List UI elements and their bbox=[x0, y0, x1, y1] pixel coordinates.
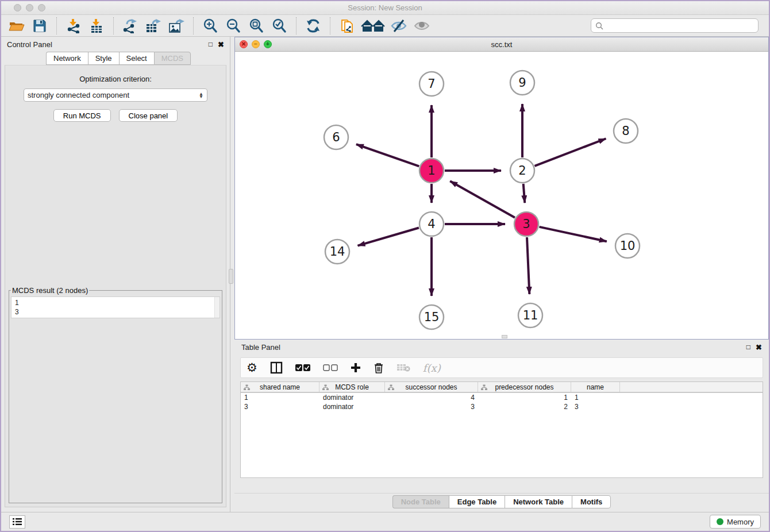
table-tabs: Node TableEdge TableNetwork TableMotifs bbox=[234, 493, 769, 512]
node-15[interactable]: 15 bbox=[419, 305, 444, 329]
network-splitter-handle[interactable] bbox=[502, 335, 507, 338]
function-builder-icon[interactable]: f(x) bbox=[423, 360, 441, 375]
control-panel-title: Control Panel bbox=[7, 40, 52, 49]
memory-label: Memory bbox=[727, 518, 754, 526]
node-3[interactable]: 3 bbox=[514, 212, 538, 236]
tab-edge-table[interactable]: Edge Table bbox=[449, 495, 505, 508]
float-panel-icon[interactable]: □ bbox=[209, 40, 213, 48]
column-settings-icon[interactable]: ⚙ bbox=[247, 360, 257, 375]
tab-motifs[interactable]: Motifs bbox=[572, 495, 611, 508]
close-panel-icon[interactable]: ✖ bbox=[218, 40, 224, 49]
node-2[interactable]: 2 bbox=[510, 159, 534, 183]
cell-MCDS-role[interactable]: dominator bbox=[319, 393, 385, 402]
node-14[interactable]: 14 bbox=[325, 240, 349, 264]
network-canvas[interactable]: 1234678910111415 bbox=[235, 52, 768, 339]
cell-shared-name[interactable]: 1 bbox=[241, 393, 319, 402]
run-mcds-button[interactable]: Run MCDS bbox=[53, 109, 111, 122]
add-row-icon[interactable] bbox=[351, 360, 361, 375]
zoom-selected-icon[interactable] bbox=[270, 17, 289, 35]
node-8[interactable]: 8 bbox=[614, 119, 638, 143]
float-table-panel-icon[interactable]: □ bbox=[746, 343, 750, 351]
cell-MCDS-role[interactable]: dominator bbox=[319, 402, 385, 411]
delete-rows-icon[interactable] bbox=[374, 360, 384, 375]
toolbar-separator bbox=[296, 17, 297, 34]
column-header-successor-nodes[interactable]: successor nodes bbox=[385, 382, 478, 392]
main-toolbar bbox=[1, 15, 769, 37]
show-all-icon[interactable] bbox=[412, 17, 432, 35]
tab-network[interactable]: Network bbox=[46, 52, 88, 65]
tab-network-table[interactable]: Network Table bbox=[505, 495, 572, 508]
minimize-window-icon[interactable] bbox=[26, 4, 33, 11]
svg-text:2: 2 bbox=[518, 164, 526, 178]
svg-text:9: 9 bbox=[518, 76, 526, 90]
first-neighbors-icon[interactable] bbox=[360, 17, 386, 35]
result-scrollbar[interactable] bbox=[214, 297, 220, 318]
import-table-icon[interactable] bbox=[87, 17, 106, 35]
edge-3-11[interactable] bbox=[527, 237, 529, 294]
zoom-in-icon[interactable] bbox=[201, 17, 220, 35]
cell-successor-nodes[interactable]: 4 bbox=[385, 393, 478, 402]
cell-shared-name[interactable]: 3 bbox=[241, 402, 319, 411]
tab-style[interactable]: Style bbox=[88, 52, 119, 65]
mcds-result-text[interactable]: 1 3 bbox=[11, 297, 214, 318]
node-1[interactable]: 1 bbox=[419, 159, 444, 183]
network-close-icon[interactable]: ✕ bbox=[240, 40, 248, 48]
cell-name[interactable]: 1 bbox=[571, 393, 620, 402]
close-table-panel-icon[interactable]: ✖ bbox=[756, 343, 762, 352]
column-header-predecessor-nodes[interactable]: predecessor nodes bbox=[478, 382, 571, 392]
criterion-select[interactable]: strongly connected component ▲▼ bbox=[24, 88, 207, 102]
node-4[interactable]: 4 bbox=[419, 212, 444, 236]
select-all-checks-icon[interactable] bbox=[295, 360, 310, 375]
edge-3-1[interactable] bbox=[450, 181, 515, 218]
node-11[interactable]: 11 bbox=[518, 303, 542, 327]
save-session-icon[interactable] bbox=[30, 17, 49, 35]
tab-select[interactable]: Select bbox=[119, 52, 154, 65]
node-10[interactable]: 10 bbox=[615, 234, 640, 258]
task-history-button[interactable] bbox=[9, 515, 25, 529]
table-row[interactable]: 3dominator323 bbox=[241, 402, 763, 411]
node-7[interactable]: 7 bbox=[419, 72, 444, 96]
edge-3-10[interactable] bbox=[539, 227, 606, 241]
column-header-shared-name[interactable]: shared name bbox=[241, 382, 319, 392]
duplicate-network-icon[interactable] bbox=[337, 17, 357, 35]
refresh-layout-icon[interactable] bbox=[303, 17, 323, 35]
edge-4-14[interactable] bbox=[358, 228, 419, 245]
node-6[interactable]: 6 bbox=[324, 125, 348, 149]
deselect-all-checks-icon[interactable] bbox=[323, 360, 338, 375]
zoom-fit-icon[interactable] bbox=[247, 17, 266, 35]
cell-predecessor-nodes[interactable]: 2 bbox=[478, 402, 571, 411]
cell-name[interactable]: 3 bbox=[571, 402, 620, 411]
split-view-icon[interactable] bbox=[270, 360, 283, 375]
export-network-icon[interactable] bbox=[121, 17, 140, 35]
close-window-icon[interactable] bbox=[14, 4, 21, 11]
cell-successor-nodes[interactable]: 3 bbox=[385, 402, 478, 411]
close-panel-button[interactable]: Close panel bbox=[119, 109, 178, 122]
network-minimize-icon[interactable]: − bbox=[252, 40, 260, 48]
column-header-MCDS-role[interactable]: MCDS role bbox=[319, 382, 385, 392]
search-input[interactable] bbox=[606, 22, 754, 30]
svg-text:6: 6 bbox=[332, 130, 340, 144]
window-controls[interactable] bbox=[14, 4, 45, 11]
memory-button[interactable]: Memory bbox=[710, 515, 761, 529]
tab-node-table[interactable]: Node Table bbox=[392, 495, 449, 508]
panel-splitter-handle[interactable] bbox=[229, 269, 233, 284]
search-field[interactable] bbox=[591, 18, 759, 33]
export-table-icon[interactable] bbox=[144, 17, 163, 35]
edge-2-8[interactable] bbox=[534, 138, 606, 166]
node-table[interactable]: shared nameMCDS rolesuccessor nodesprede… bbox=[240, 381, 763, 478]
edge-1-6[interactable] bbox=[356, 144, 419, 166]
tab-mcds[interactable]: MCDS bbox=[154, 52, 191, 65]
maximize-window-icon[interactable] bbox=[38, 4, 45, 11]
export-image-icon[interactable] bbox=[167, 17, 186, 35]
edge-2-3[interactable] bbox=[523, 184, 525, 203]
open-session-icon[interactable] bbox=[7, 17, 26, 35]
column-header-name[interactable]: name bbox=[571, 382, 620, 392]
network-maximize-icon[interactable]: + bbox=[264, 40, 272, 48]
hide-selected-icon[interactable] bbox=[389, 17, 409, 35]
zoom-out-icon[interactable] bbox=[224, 17, 243, 35]
import-network-icon[interactable] bbox=[64, 17, 83, 35]
cell-predecessor-nodes[interactable]: 1 bbox=[478, 393, 571, 402]
delete-table-icon[interactable] bbox=[396, 360, 410, 375]
node-9[interactable]: 9 bbox=[510, 71, 534, 95]
table-row[interactable]: 1dominator411 bbox=[241, 393, 763, 402]
